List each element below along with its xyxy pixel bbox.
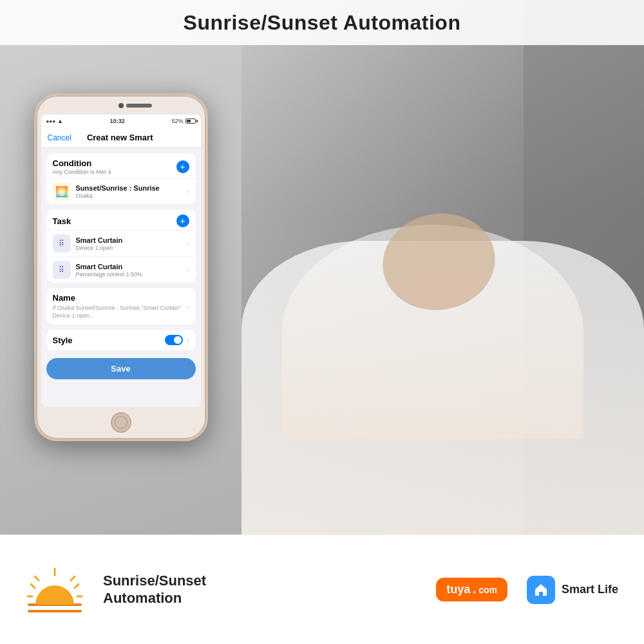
phone-home-button[interactable]: [111, 412, 131, 433]
battery-fill: [187, 120, 191, 122]
task-item-0-chevron: ›: [187, 240, 189, 247]
screen-content[interactable]: Condition Any Condition Is Met ∨ + 🌅 Sun…: [41, 148, 201, 407]
bottom-section: Sunrise/Sunset Automation tuya . com Sma…: [0, 535, 644, 644]
svg-line-3: [35, 576, 39, 580]
curtain-icon-1: ⠿: [53, 261, 71, 279]
nav-bar: Cancel Creat new Smart: [41, 128, 201, 148]
signal-icon: ●●●: [46, 118, 56, 124]
cancel-button[interactable]: Cancel: [48, 133, 71, 142]
svg-line-4: [71, 576, 75, 580]
condition-item-chevron: ›: [187, 187, 189, 195]
bottom-main-text-2: Automation: [103, 590, 417, 607]
condition-title-group: Condition Any Condition Is Met ∨: [53, 158, 113, 175]
condition-item-title: Sunset/Sunrise : Sunrise: [76, 184, 182, 192]
bottom-main-text-1: Sunrise/Sunset: [103, 573, 417, 589]
svg-line-8: [75, 584, 79, 588]
task-header: Task +: [46, 209, 196, 230]
save-button[interactable]: Save: [46, 358, 196, 379]
battery-icon: [185, 118, 196, 124]
task-item-0-title: Smart Curtain: [76, 236, 182, 244]
home-icon: [533, 582, 549, 598]
wifi-icon: ▲: [57, 118, 63, 124]
add-task-button[interactable]: +: [176, 214, 189, 227]
status-left: ●●● ▲: [46, 118, 63, 124]
tuya-logo: tuya . com: [436, 578, 507, 601]
style-toggle[interactable]: [165, 335, 183, 345]
right-panel: [242, 0, 644, 535]
style-chevron: ›: [187, 336, 189, 344]
task-item-1-chevron: ›: [187, 266, 189, 274]
svg-line-7: [31, 584, 35, 588]
task-card: Task + ⠿ Smart Curtain Device 1:open ›: [46, 209, 196, 283]
sunrise-icon-wrap: [26, 561, 84, 619]
smartlife-logo: Smart Life: [527, 576, 618, 604]
task-item-0[interactable]: ⠿ Smart Curtain Device 1:open ›: [46, 230, 196, 256]
name-value: If Osaka Sunset/Sunrise : Sunrise,"Smart…: [53, 305, 187, 319]
task-item-1-text: Smart Curtain Percentage control 1:50%: [76, 263, 182, 278]
condition-item-subtitle: Osaka: [76, 193, 182, 199]
sunrise-icon: 🌅: [53, 182, 71, 200]
phone-camera: [118, 103, 124, 108]
tuya-dot: .: [473, 583, 476, 596]
condition-item-text: Sunset/Sunrise : Sunrise Osaka: [76, 184, 182, 199]
phone-screen: ●●● ▲ 10:32 52% Cancel Creat new Smart: [41, 115, 201, 407]
task-item-0-subtitle: Device 1:open: [76, 245, 182, 251]
left-panel: ●●● ▲ 10:32 52% Cancel Creat new Smart: [0, 0, 242, 535]
bottom-text-block: Sunrise/Sunset Automation: [103, 573, 417, 607]
name-label: Name: [53, 293, 187, 303]
smartlife-icon: [527, 576, 555, 604]
page-title: Sunrise/Sunset Automation: [184, 11, 461, 35]
style-label: Style: [53, 336, 73, 345]
smartlife-text: Smart Life: [562, 583, 618, 596]
style-card[interactable]: Style ›: [46, 330, 196, 350]
condition-card: Condition Any Condition Is Met ∨ + 🌅 Sun…: [46, 153, 196, 204]
style-right: ›: [165, 335, 189, 345]
clock: 10:32: [110, 118, 125, 124]
task-item-1-title: Smart Curtain: [76, 263, 182, 270]
name-chevron: ›: [187, 303, 189, 310]
condition-header: Condition Any Condition Is Met ∨ +: [46, 153, 196, 178]
nav-title: Creat new Smart: [87, 133, 153, 142]
status-bar: ●●● ▲ 10:32 52%: [41, 115, 201, 128]
phone: ●●● ▲ 10:32 52% Cancel Creat new Smart: [34, 93, 208, 441]
task-title: Task: [53, 216, 71, 226]
condition-subtitle: Any Condition Is Met ∨: [53, 169, 113, 175]
name-card[interactable]: Name If Osaka Sunset/Sunrise : Sunrise,"…: [46, 288, 196, 325]
add-condition-button[interactable]: +: [176, 160, 189, 173]
condition-title: Condition: [53, 158, 113, 168]
task-item-0-text: Smart Curtain Device 1:open: [76, 236, 182, 251]
condition-item-0[interactable]: 🌅 Sunset/Sunrise : Sunrise Osaka ›: [46, 178, 196, 204]
sunrise-svg-icon: [26, 561, 84, 619]
phone-speaker: [126, 104, 152, 108]
tuya-text: tuya: [446, 583, 470, 596]
battery-pct: 52%: [171, 118, 183, 124]
task-item-1-subtitle: Percentage control 1:50%: [76, 271, 182, 278]
top-section: Sunrise/Sunset Automation ●●● ▲ 10:32 52…: [0, 0, 644, 535]
tuya-com: com: [478, 585, 497, 595]
task-item-1[interactable]: ⠿ Smart Curtain Percentage control 1:50%…: [46, 256, 196, 283]
title-bar: Sunrise/Sunset Automation: [0, 0, 644, 45]
name-content: Name If Osaka Sunset/Sunrise : Sunrise,"…: [53, 293, 187, 319]
curtain-icon-0: ⠿: [53, 234, 71, 252]
status-right: 52%: [171, 118, 195, 124]
